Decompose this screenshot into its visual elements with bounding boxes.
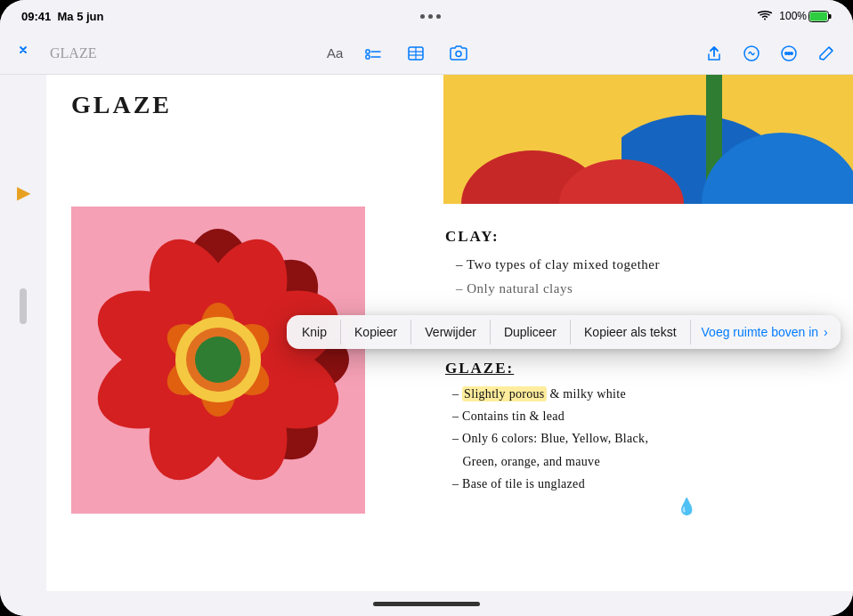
teardrop-decoration: 💧 [677, 497, 835, 516]
toolbar-note-title: GLAZE [50, 45, 96, 61]
home-indicator [0, 591, 853, 616]
dot2 [428, 14, 433, 19]
glaze-section: GLAZE: – Slightly porous & milky white –… [445, 360, 835, 516]
context-menu-copy[interactable]: Kopieer [343, 317, 409, 347]
svg-rect-1 [828, 14, 831, 19]
sidebar-arrow[interactable]: ▶ [12, 182, 34, 203]
clay-line-2: – Only natural clays [445, 278, 835, 301]
toolbar: GLAZE Aa [0, 32, 853, 75]
svg-point-15 [788, 52, 790, 53]
clay-line-1: – Two types of clay mixed together [445, 254, 835, 277]
svg-point-11 [456, 51, 461, 56]
notes-content: GLAZE [46, 75, 853, 591]
insert-space-label: Voeg ruimte boven in [702, 325, 819, 339]
glaze-line-4: Green, orange, and mauve [445, 450, 835, 473]
chevron-right-icon: › [824, 325, 828, 339]
glaze-line-1: – Slightly porous & milky white [445, 383, 835, 405]
wifi-icon [758, 11, 772, 21]
sidebar-handle[interactable] [20, 288, 27, 324]
ipad-frame: 09:41 Ma 5 jun 100% [0, 0, 853, 616]
context-menu-duplicate[interactable]: Dupliceer [492, 317, 568, 347]
clay-header: CLAY: [445, 224, 835, 250]
context-menu-divider-5 [690, 320, 691, 344]
svg-point-16 [791, 52, 792, 53]
context-menu-divider-4 [570, 320, 571, 344]
context-menu-divider-1 [340, 320, 341, 344]
battery-icon [808, 11, 832, 22]
format-text-button[interactable]: Aa [327, 45, 343, 61]
dot1 [420, 14, 425, 19]
more-icon[interactable] [776, 41, 801, 66]
highlighted-text: Slightly porous [462, 386, 546, 401]
camera-icon[interactable] [446, 41, 471, 66]
glaze-header: GLAZE: [445, 360, 835, 377]
context-menu-copy-as-text[interactable]: Kopieer als tekst [573, 317, 688, 347]
toolbar-center: Aa [103, 41, 695, 66]
svg-rect-2 [809, 12, 827, 20]
status-bar: 09:41 Ma 5 jun 100% [0, 0, 853, 32]
glaze-line-5: – Base of tile is unglazed [445, 473, 835, 495]
context-menu-cut[interactable]: Knip [290, 317, 338, 347]
top-artwork-image [443, 75, 853, 204]
context-menu: Knip Kopieer Verwijder Dupliceer Kopieer… [287, 315, 841, 349]
collapse-icon[interactable] [14, 41, 39, 66]
flower-svg [71, 207, 365, 514]
battery-indicator: 100% [779, 10, 832, 22]
checklist-icon[interactable] [361, 41, 386, 66]
compose-icon[interactable] [814, 41, 839, 66]
sidebar: ▶ [0, 75, 46, 591]
toolbar-right [702, 41, 839, 66]
glaze-line-2: – Contains tin & lead [445, 405, 835, 427]
svg-point-45 [195, 336, 241, 383]
dot3 [436, 14, 441, 19]
status-right: 100% [758, 10, 832, 22]
context-menu-divider-2 [410, 320, 411, 344]
markup-icon[interactable] [739, 41, 764, 66]
home-bar [373, 602, 480, 606]
table-icon[interactable] [403, 41, 428, 66]
battery-percent: 100% [779, 10, 807, 22]
flower-artwork [71, 207, 365, 514]
svg-point-14 [785, 52, 787, 53]
status-time: 09:41 Ma 5 jun [21, 10, 104, 23]
toolbar-left: GLAZE [14, 41, 96, 66]
note-title: GLAZE [71, 91, 172, 119]
context-menu-delete[interactable]: Verwijder [413, 317, 488, 347]
context-menu-insert-space[interactable]: Voeg ruimte boven in › [693, 317, 837, 347]
svg-rect-5 [366, 55, 370, 59]
clay-section: CLAY: – Two types of clay mixed together… [445, 224, 835, 303]
glaze-line-3: – Only 6 colors: Blue, Yellow, Black, [445, 427, 835, 450]
top-artwork-svg [443, 75, 853, 204]
share-icon[interactable] [702, 41, 727, 66]
content-area: ▶ GLAZE [0, 75, 853, 591]
svg-rect-3 [366, 50, 370, 53]
status-center [420, 14, 441, 19]
context-menu-divider-3 [490, 320, 491, 344]
